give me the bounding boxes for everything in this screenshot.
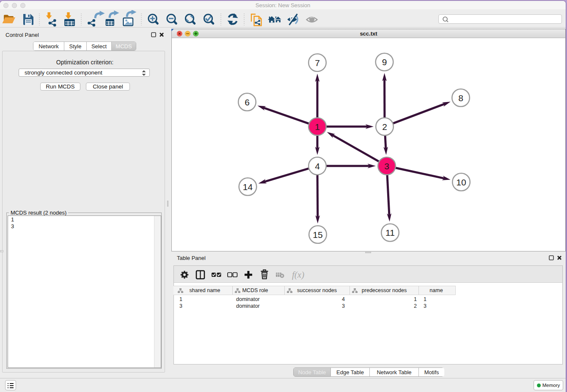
svg-text:10: 10	[456, 177, 466, 187]
svg-text:f(x): f(x)	[292, 270, 304, 280]
svg-text:8: 8	[458, 93, 463, 103]
svg-text:15: 15	[313, 230, 322, 240]
svg-text:1: 1	[315, 122, 320, 132]
svg-text:6: 6	[245, 97, 250, 107]
svg-text:7: 7	[315, 58, 320, 68]
svg-text:4: 4	[315, 161, 320, 171]
svg-text:3: 3	[384, 161, 389, 171]
svg-text:11: 11	[385, 228, 395, 237]
svg-text:2: 2	[382, 122, 387, 132]
svg-text:14: 14	[243, 182, 253, 192]
svg-text:9: 9	[382, 57, 387, 67]
